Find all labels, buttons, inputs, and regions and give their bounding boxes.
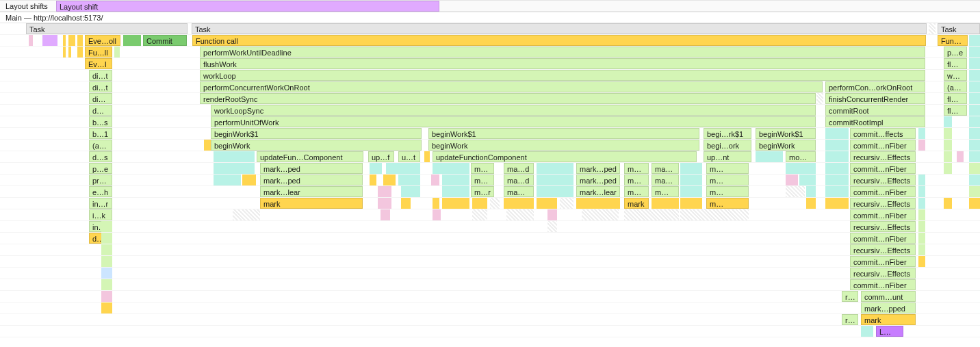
small-bar[interactable] xyxy=(101,279,112,290)
tiny-bar[interactable] xyxy=(825,175,849,185)
tiny-bar[interactable] xyxy=(969,175,980,185)
yellow-bar[interactable] xyxy=(442,198,469,209)
upf-bar[interactable]: up…f xyxy=(368,151,394,162)
mad-bar[interactable]: ma…d xyxy=(504,175,534,185)
teal-bar[interactable] xyxy=(398,175,420,185)
pink-bar[interactable] xyxy=(381,209,390,220)
mark-pped[interactable]: mark…pped xyxy=(861,303,916,313)
recursiv-effects[interactable]: recursiv…Effects xyxy=(850,151,916,162)
commit-nfiber[interactable]: commit…nFiber xyxy=(850,209,916,220)
tiny-bar[interactable] xyxy=(918,128,925,139)
task-bar[interactable]: Task xyxy=(26,23,188,34)
yellow-bar[interactable] xyxy=(537,198,557,209)
commit-nfiber[interactable]: commit…nFiber xyxy=(850,256,916,267)
bs-bar[interactable]: b…s xyxy=(89,116,112,127)
teal-bar[interactable] xyxy=(433,163,469,174)
beginWork1[interactable]: beginWork$1 xyxy=(756,128,816,139)
upnt-bar[interactable]: up…nt xyxy=(704,151,751,162)
tiny-bar[interactable] xyxy=(944,163,952,174)
renderRootSync[interactable]: renderRootSync xyxy=(200,93,816,104)
tiny-bar[interactable] xyxy=(825,163,849,174)
dit-bar[interactable]: di…t xyxy=(89,81,112,92)
marklear-bar[interactable]: mark…lear xyxy=(260,186,363,197)
r-bar[interactable]: r… xyxy=(842,291,858,302)
m-bar[interactable]: m… xyxy=(652,186,679,197)
pink-bar[interactable] xyxy=(29,35,33,46)
teal-bar[interactable] xyxy=(537,163,573,174)
tiny-bar[interactable] xyxy=(424,151,430,162)
pink-bar[interactable] xyxy=(786,175,798,185)
tiny-bar[interactable] xyxy=(825,186,849,197)
recursiv-effects[interactable]: recursiv…Effects xyxy=(850,268,916,279)
r-bar[interactable]: r… xyxy=(842,314,858,325)
small-bar[interactable] xyxy=(969,35,980,46)
commit-nfiber[interactable]: commit…nFiber xyxy=(850,140,916,151)
markped-bar[interactable]: mark…ped xyxy=(576,163,620,174)
tiny-bar[interactable] xyxy=(204,140,211,151)
beginWork[interactable]: beginWork xyxy=(756,140,816,151)
mad-bar[interactable]: ma…d xyxy=(504,163,534,174)
performUnitOfWork[interactable]: performUnitOfWork xyxy=(211,116,816,127)
task-bar[interactable]: Task xyxy=(192,23,927,34)
mad-bar[interactable]: ma…d xyxy=(652,163,679,174)
tiny-bar[interactable] xyxy=(918,244,925,255)
tiny-bar[interactable] xyxy=(918,209,925,220)
pink-bar[interactable] xyxy=(378,186,391,197)
mad-bar[interactable]: ma…d xyxy=(652,175,679,185)
updateFunctionComponent[interactable]: updateFunctionComponent xyxy=(433,151,697,162)
flpl-bar[interactable]: fl…pl xyxy=(944,105,967,116)
diy-bar[interactable]: di…y xyxy=(89,93,112,104)
main-thread-header[interactable]: Main — http://localhost:5173/ xyxy=(0,12,980,23)
marklear-bar[interactable]: mark…lear xyxy=(576,186,620,197)
markped-bar[interactable]: mark…ped xyxy=(576,175,620,185)
beginWork1[interactable]: beginWork$1 xyxy=(428,128,699,139)
mark-bar[interactable]: mark xyxy=(624,198,649,209)
small-bar[interactable] xyxy=(969,93,980,104)
yellow-bar[interactable] xyxy=(401,198,411,209)
beginWork[interactable]: beginWork xyxy=(428,140,699,151)
small-bar[interactable] xyxy=(969,116,980,127)
yellow-bar[interactable] xyxy=(806,198,816,209)
ds-bar[interactable]: d…s xyxy=(89,151,112,162)
teal-bar[interactable] xyxy=(799,175,816,185)
beginWork[interactable]: beginWork xyxy=(211,140,422,151)
teal-bar[interactable] xyxy=(442,175,469,185)
eh-bar[interactable]: e…h xyxy=(89,186,112,197)
small-bar[interactable] xyxy=(101,303,112,313)
small-bar[interactable] xyxy=(969,81,980,92)
performConOrkOnRoot[interactable]: performCon…orkOnRoot xyxy=(825,81,925,92)
tiny-bar[interactable] xyxy=(825,151,849,162)
a-bar[interactable]: (a…) xyxy=(89,140,112,151)
yellow-bar[interactable] xyxy=(825,198,849,209)
commit-bar[interactable]: Commit xyxy=(143,35,187,46)
teal-bar[interactable] xyxy=(401,186,420,197)
md-bar[interactable]: m…d xyxy=(624,163,649,174)
teal-bar[interactable] xyxy=(370,163,382,174)
event-scroll-bar[interactable]: Eve…oll xyxy=(85,35,120,46)
commitRoot[interactable]: commitRoot xyxy=(825,105,925,116)
yellow-bar[interactable] xyxy=(433,198,439,209)
yellow-bar[interactable] xyxy=(576,198,620,209)
yellow-bar[interactable] xyxy=(242,175,256,185)
teal-bar[interactable] xyxy=(214,163,255,174)
teal-bar[interactable] xyxy=(214,175,241,185)
teal-bar[interactable] xyxy=(442,186,469,197)
m-bar[interactable]: m… xyxy=(471,163,494,174)
small-bar[interactable] xyxy=(944,116,952,127)
dit-bar[interactable]: di…t xyxy=(89,70,112,81)
commit-effects[interactable]: commit…ffects xyxy=(850,128,916,139)
teal-bar[interactable] xyxy=(537,186,573,197)
fu-bar[interactable]: Fu…ll xyxy=(85,47,112,57)
tiny-bar[interactable] xyxy=(918,175,925,185)
small-bar[interactable] xyxy=(969,70,980,81)
workLoopSync[interactable]: workLoopSync xyxy=(211,105,816,116)
flushWork[interactable]: flushWork xyxy=(200,58,925,69)
beginWork1[interactable]: beginWork$1 xyxy=(211,128,422,139)
teal-bar[interactable] xyxy=(680,186,702,197)
prr-bar[interactable]: pr…r xyxy=(89,175,112,185)
l-bar[interactable]: L… xyxy=(876,326,903,337)
yellow-bar[interactable] xyxy=(370,175,376,185)
mr-bar[interactable]: m…r xyxy=(471,186,494,197)
markped-bar[interactable]: mark…ped xyxy=(260,175,363,185)
layout-shifts-track[interactable]: Layout shifts Layout shift xyxy=(0,0,980,12)
